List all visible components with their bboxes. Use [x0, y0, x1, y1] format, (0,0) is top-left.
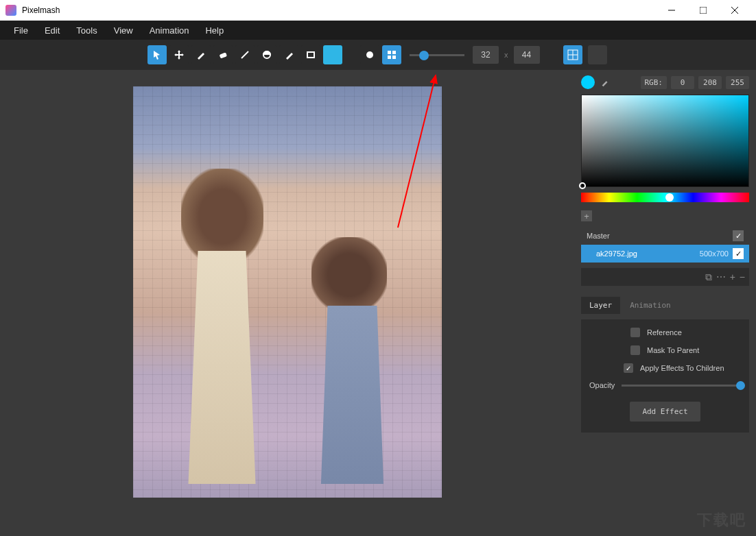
svg-line-5: [241, 51, 248, 58]
layer-master-label: Master: [587, 232, 610, 240]
layer-properties: Reference Mask To Parent Apply Effects T…: [581, 319, 749, 433]
color-row: RGB: 0 208 255: [581, 75, 749, 89]
rectangle-tool[interactable]: [301, 45, 320, 64]
brush-size-slider[interactable]: [410, 54, 464, 56]
fill-tool[interactable]: [279, 45, 298, 64]
sv-thumb[interactable]: [579, 182, 586, 189]
toolbar: 32 x 44: [0, 40, 756, 70]
opacity-slider[interactable]: [622, 385, 741, 387]
maximize-button[interactable]: [687, 0, 719, 21]
pointer-tool[interactable]: [147, 45, 167, 64]
layer-master-visible-checkbox[interactable]: ✓: [733, 230, 744, 241]
reference-row[interactable]: Reference: [589, 328, 741, 337]
rgb-b-field[interactable]: 255: [726, 76, 749, 89]
tab-animation[interactable]: Animation: [622, 297, 679, 314]
rgb-label: RGB:: [641, 76, 668, 89]
apply-effects-checkbox[interactable]: [624, 363, 633, 373]
move-tool[interactable]: [169, 45, 189, 64]
remove-layer-icon[interactable]: −: [740, 271, 745, 282]
svg-rect-1: [700, 7, 707, 14]
property-tabs: Layer Animation: [581, 297, 749, 314]
svg-rect-9: [388, 51, 391, 54]
saturation-value-picker[interactable]: [581, 95, 749, 187]
app-title: Pixelmash: [22, 5, 60, 15]
layer-visible-checkbox[interactable]: ✓: [733, 248, 744, 259]
canvas-height-field[interactable]: 44: [514, 46, 540, 64]
layer-toolbar: ⧉ ⋯ + −: [581, 268, 749, 286]
line-tool[interactable]: [235, 45, 255, 64]
app-logo-icon: [5, 5, 16, 16]
watermark: 下载吧: [697, 510, 746, 531]
hue-slider[interactable]: [581, 193, 749, 202]
apply-effects-row[interactable]: Apply Effects To Children: [589, 363, 741, 373]
tab-layer[interactable]: Layer: [581, 297, 620, 314]
square-brush-mode[interactable]: [382, 45, 401, 64]
add-layer-icon[interactable]: +: [730, 271, 735, 282]
svg-rect-11: [388, 56, 391, 59]
rgb-g-field[interactable]: 208: [698, 76, 722, 89]
opacity-row: Opacity: [589, 381, 741, 389]
opacity-label: Opacity: [589, 381, 615, 389]
layer-options-icon[interactable]: ⋯: [716, 271, 726, 282]
menu-file[interactable]: File: [5, 23, 36, 38]
svg-point-8: [366, 51, 373, 58]
mask-row[interactable]: Mask To Parent: [589, 345, 741, 355]
duplicate-layer-icon[interactable]: ⧉: [705, 271, 712, 283]
menu-animation[interactable]: Animation: [141, 23, 198, 38]
menu-view[interactable]: View: [106, 23, 141, 38]
layer-row[interactable]: ak29752.jpg 500x700 ✓: [581, 245, 749, 263]
minimize-button[interactable]: [656, 0, 687, 21]
reference-label: Reference: [647, 328, 682, 337]
foreground-color-swatch[interactable]: [323, 45, 342, 64]
dims-separator: x: [504, 51, 508, 59]
layer-master[interactable]: Master ✓: [581, 227, 749, 245]
layer-dims: 500x700: [700, 249, 729, 258]
layers-panel: Master ✓ ak29752.jpg 500x700 ✓: [581, 227, 749, 263]
menubar: File Edit Tools View Animation Help: [0, 21, 756, 40]
brush-size-thumb[interactable]: [419, 51, 429, 60]
menu-edit[interactable]: Edit: [36, 23, 68, 38]
canvas[interactable]: [133, 86, 442, 498]
svg-rect-7: [307, 52, 314, 58]
svg-rect-4: [220, 52, 227, 58]
grid-toggle-off[interactable]: [588, 45, 607, 64]
titlebar: Pixelmash: [0, 0, 756, 21]
grid-toggle-on[interactable]: [563, 45, 582, 64]
menu-tools[interactable]: Tools: [68, 23, 105, 38]
rgb-r-field[interactable]: 0: [671, 76, 694, 89]
reference-checkbox[interactable]: [630, 328, 640, 337]
apply-effects-label: Apply Effects To Children: [640, 364, 724, 372]
mask-label: Mask To Parent: [647, 346, 699, 354]
add-effect-button[interactable]: Add Effect: [630, 402, 700, 422]
canvas-area: [0, 70, 574, 536]
ellipse-tool[interactable]: [257, 45, 276, 64]
eraser-tool[interactable]: [213, 45, 233, 64]
canvas-width-field[interactable]: 32: [473, 46, 499, 64]
add-swatch-button[interactable]: +: [581, 210, 592, 221]
opacity-thumb[interactable]: [736, 381, 745, 390]
brush-tool[interactable]: [191, 45, 211, 64]
layer-name: ak29752.jpg: [596, 249, 637, 258]
round-brush-mode[interactable]: [360, 45, 379, 64]
hue-thumb[interactable]: [665, 193, 674, 202]
mask-checkbox[interactable]: [630, 345, 640, 355]
svg-rect-12: [392, 56, 396, 59]
menu-help[interactable]: Help: [197, 23, 232, 38]
svg-rect-10: [392, 51, 396, 54]
side-panel: RGB: 0 208 255 + Master ✓ ak29752.jpg 50…: [574, 70, 756, 536]
close-button[interactable]: [719, 0, 751, 21]
eyedropper-icon[interactable]: [599, 76, 611, 88]
current-color-swatch[interactable]: [581, 75, 595, 89]
